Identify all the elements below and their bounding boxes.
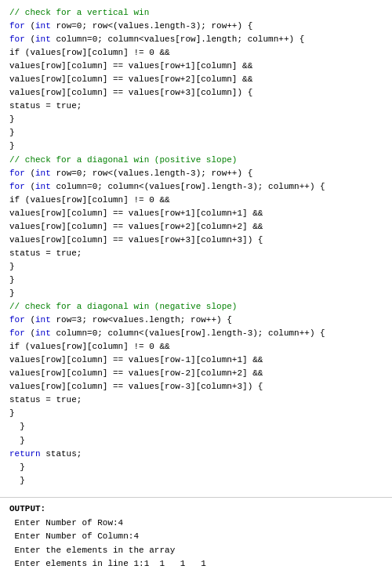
output-text: Enter Number of Row:4 Enter Number of Co… bbox=[9, 517, 383, 573]
output-section: OUTPUT: Enter Number of Row:4 Enter Numb… bbox=[0, 497, 392, 573]
code-block: // check for a vertical winfor (int row=… bbox=[0, 0, 392, 494]
output-label: OUTPUT: bbox=[9, 504, 383, 513]
